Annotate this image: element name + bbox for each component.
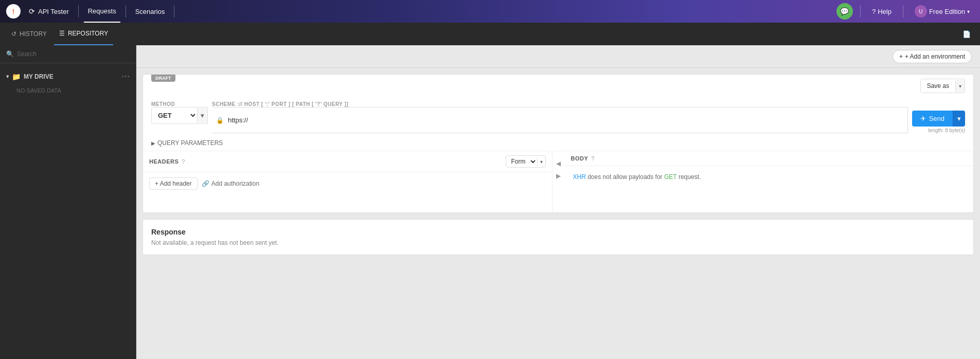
add-header-button[interactable]: + Add header (149, 177, 198, 190)
no-saved-data-label: NO SAVED DATA (6, 83, 130, 94)
nav-left-arrow[interactable]: ◀ (553, 155, 565, 168)
nav-separator-3 (174, 5, 174, 17)
length-label: length: 8 byte(s) (928, 128, 965, 133)
body-message: XHR does not allow payloads for GET requ… (565, 166, 974, 188)
nav-separator-4 (860, 5, 861, 17)
topnav-right-section: 💬 ? Help U Free Edition ▾ (836, 3, 974, 20)
request-panel: DRAFT Save as ▾ METHOD GET POST PUT (142, 74, 974, 213)
headers-info-icon: ? (182, 158, 185, 165)
url-bar: METHOD GET POST PUT DELETE PATCH ▾ (143, 93, 973, 137)
main-layout: 🔍 ▾ 📁 MY DRIVE ⋯ NO SAVED DATA + + Add a… (0, 45, 980, 359)
subnav-repository[interactable]: ☰ REPOSITORY (54, 23, 113, 45)
method-dropdown-button[interactable]: ▾ (197, 108, 207, 123)
nav-scenarios[interactable]: Scenarios (131, 0, 169, 23)
response-panel: Response Not available, a request has no… (142, 219, 974, 255)
subnav-right: 📄 (959, 27, 974, 41)
body-panel-header: BODY ? (565, 151, 974, 166)
add-authorization-button[interactable]: 🔗 Add authorization (202, 180, 259, 187)
nav-separator-5 (903, 5, 903, 17)
my-drive-header[interactable]: ▾ 📁 MY DRIVE ⋯ (6, 69, 130, 83)
url-group: SCHEME :// HOST [ ':' PORT ] [ PATH [ '?… (212, 101, 908, 133)
my-drive-section: ▾ 📁 MY DRIVE ⋯ NO SAVED DATA (0, 63, 136, 100)
send-button-group: ✈ Send ▾ (912, 111, 965, 127)
body-panel: BODY ? XHR does not allow payloads for G… (565, 151, 974, 212)
chevron-down-icon: ▾ (6, 74, 9, 79)
nav-api-tester[interactable]: ⟳ API Tester (25, 0, 73, 23)
chat-button[interactable]: 💬 (836, 3, 853, 20)
headers-panel-actions: + Add header 🔗 Add authorization (143, 172, 552, 195)
save-as-dropdown-button[interactable]: ▾ (955, 80, 965, 92)
method-select[interactable]: GET POST PUT DELETE PATCH (152, 107, 197, 123)
subnav-history[interactable]: ↺ HISTORY (6, 23, 52, 45)
save-as-button[interactable]: Save as (921, 79, 955, 93)
send-button[interactable]: ✈ Send (912, 111, 953, 127)
plus-icon: + (899, 53, 903, 60)
repository-icon: ☰ (59, 30, 65, 37)
xhr-link: XHR (573, 173, 586, 181)
search-icon: 🔍 (6, 50, 14, 58)
chevron-down-icon: ▾ (201, 112, 204, 119)
app-logo: ! (6, 4, 21, 19)
history-icon: ↺ (11, 30, 16, 38)
method-selector[interactable]: GET POST PUT DELETE PATCH ▾ (151, 107, 208, 124)
headers-panel-header: HEADERS ? Form Raw ▾ (143, 151, 552, 172)
folder-icon: 📁 (12, 73, 21, 81)
help-icon: ? (872, 8, 876, 15)
body-info-icon: ? (591, 155, 594, 161)
method-group: METHOD GET POST PUT DELETE PATCH ▾ (151, 101, 208, 133)
form-select[interactable]: Form Raw (506, 156, 537, 167)
content-topbar: + + Add an environment (136, 45, 980, 68)
sidebar: 🔍 ▾ 📁 MY DRIVE ⋯ NO SAVED DATA (0, 45, 136, 359)
query-params-toggle[interactable]: ▶ QUERY PARAMETERS (143, 137, 973, 151)
nav-separator-1 (78, 5, 79, 17)
form-chevron-icon: ▾ (537, 157, 545, 166)
nav-separator-2 (126, 5, 126, 17)
lock-icon: 🔒 (212, 117, 228, 124)
sub-navigation: ↺ HISTORY ☰ REPOSITORY 📄 (0, 23, 980, 45)
chevron-right-icon: ▶ (151, 140, 155, 146)
api-tester-icon: ⟳ (29, 7, 35, 15)
chevron-down-icon: ▾ (957, 115, 961, 122)
headers-panel: HEADERS ? Form Raw ▾ + Add header (143, 151, 553, 212)
send-icon: ✈ (920, 115, 926, 122)
chat-icon: 💬 (840, 7, 849, 15)
headers-body-section: HEADERS ? Form Raw ▾ + Add header (143, 151, 973, 212)
help-button[interactable]: ? Help (868, 8, 896, 15)
nav-right-arrow[interactable]: ▶ (553, 168, 565, 180)
add-environment-button[interactable]: + + Add an environment (893, 50, 972, 63)
top-navigation: ! ⟳ API Tester Requests Scenarios 💬 ? He… (0, 0, 980, 23)
form-select-wrapper[interactable]: Form Raw ▾ (506, 155, 546, 168)
document-icon: 📄 (963, 30, 971, 38)
chevron-down-icon: ▾ (967, 9, 970, 14)
link-icon: 🔗 (202, 180, 209, 187)
document-icon-button[interactable]: 📄 (959, 27, 974, 41)
main-content: + + Add an environment DRAFT Save as ▾ M… (136, 45, 980, 359)
search-input[interactable] (17, 50, 130, 58)
more-options-icon[interactable]: ⋯ (121, 71, 130, 81)
get-link: GET (664, 173, 677, 181)
draft-badge: DRAFT (151, 75, 175, 82)
send-dropdown-button[interactable]: ▾ (953, 111, 965, 127)
send-group: ✈ Send ▾ length: 8 byte(s) (912, 101, 965, 133)
free-edition-menu[interactable]: U Free Edition ▾ (911, 5, 974, 17)
search-container: 🔍 (0, 45, 136, 63)
response-title: Response (151, 228, 965, 236)
response-subtitle: Not available, a request has not been se… (151, 239, 965, 246)
url-input[interactable] (228, 113, 907, 128)
nav-requests[interactable]: Requests (84, 0, 120, 23)
url-input-wrapper: 🔒 (212, 107, 908, 133)
user-avatar: U (915, 5, 927, 17)
